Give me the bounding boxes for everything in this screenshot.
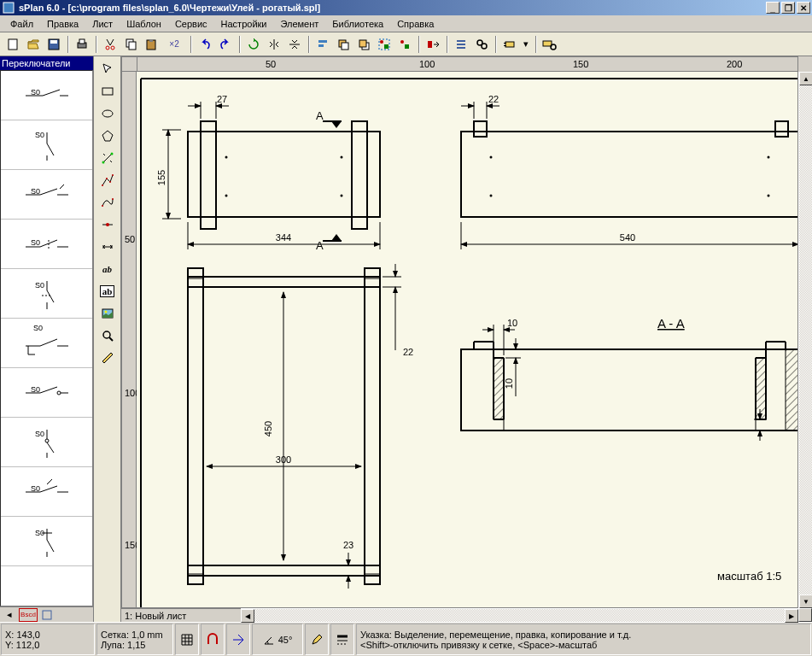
ruler-tick-label: 50 — [125, 234, 135, 244]
menu-element[interactable]: Элемент — [273, 17, 325, 31]
svg-rect-17 — [359, 40, 366, 47]
scroll-down-button[interactable]: ▼ — [799, 594, 812, 608]
paste-button[interactable] — [142, 35, 161, 54]
special-tool[interactable] — [98, 149, 117, 167]
print-button[interactable] — [73, 35, 91, 54]
menu-template[interactable]: Шаблон — [120, 17, 168, 31]
text-tool[interactable]: ab — [98, 260, 117, 278]
library-item[interactable]: S0 — [1, 418, 92, 467]
new-button[interactable] — [3, 35, 22, 54]
minimize-button[interactable]: _ — [766, 2, 780, 14]
rect-tool[interactable] — [98, 82, 117, 101]
drawing-toolbar: ab ab — [94, 56, 121, 622]
vertical-scrollbar[interactable]: ▲ ▼ — [798, 72, 812, 608]
library-item[interactable]: S0 — [1, 120, 92, 170]
scroll-right-button[interactable]: ▶ — [785, 609, 798, 623]
menu-help[interactable]: Справка — [390, 17, 441, 31]
list-button[interactable] — [452, 35, 470, 54]
library-item-label: S0 — [31, 238, 40, 247]
align-button[interactable] — [313, 35, 332, 54]
bezier-tool[interactable] — [98, 193, 117, 212]
image-tool[interactable] — [98, 304, 117, 323]
menu-edit[interactable]: Правка — [40, 17, 85, 31]
ruler-tick-label: 150 — [573, 59, 588, 69]
pointer-tool[interactable] — [98, 60, 117, 79]
dimension-tool[interactable] — [98, 237, 117, 256]
find-button[interactable] — [472, 35, 491, 54]
mirror-h-button[interactable] — [265, 35, 283, 54]
library-item[interactable]: S0 — [1, 220, 92, 269]
rotate-button[interactable] — [244, 35, 263, 54]
close-button[interactable]: ✕ — [797, 2, 810, 14]
library-item[interactable]: S0 — [1, 269, 92, 319]
line-style[interactable] — [330, 624, 354, 655]
copy-button[interactable] — [121, 35, 140, 54]
rubber-toggle[interactable] — [226, 624, 250, 655]
svg-rect-12 — [318, 40, 327, 43]
scroll-up-button[interactable]: ▲ — [799, 72, 812, 85]
menu-settings[interactable]: Настройки — [214, 17, 274, 31]
maximize-button[interactable]: ❐ — [781, 2, 795, 14]
ungroup-button[interactable] — [395, 35, 414, 54]
svg-point-78 — [112, 198, 114, 200]
group-button[interactable] — [375, 35, 394, 54]
line-tool[interactable] — [98, 171, 117, 190]
open-button[interactable] — [24, 35, 43, 54]
library-item[interactable]: S0 — [1, 467, 92, 517]
snap-toggle[interactable] — [201, 624, 225, 655]
component-dropdown[interactable]: ▾ — [521, 35, 531, 54]
drawing-canvas[interactable]: 27 155 344 A A — [137, 72, 798, 608]
library-item[interactable]: S0 — [1, 517, 92, 566]
lib-code-button[interactable]: Bscd — [19, 608, 38, 622]
select-similar-button[interactable] — [424, 35, 442, 54]
menu-sheet[interactable]: Лист — [85, 17, 120, 31]
front-button[interactable] — [334, 35, 353, 54]
library-item[interactable]: S0 — [1, 319, 92, 368]
svg-point-90 — [225, 156, 228, 159]
back-button[interactable] — [354, 35, 373, 54]
svg-point-21 — [400, 40, 404, 44]
horizontal-ruler[interactable]: 50 100 150 200 — [137, 56, 798, 72]
component-button[interactable] — [500, 35, 519, 54]
grid-toggle[interactable] — [175, 624, 199, 655]
svg-rect-88 — [201, 121, 216, 229]
zoom-tool[interactable] — [98, 326, 117, 345]
sheet-tab[interactable]: 1: Новый лист — [121, 608, 241, 622]
scroll-left-button[interactable]: ◀ — [241, 609, 254, 623]
cut-button[interactable] — [101, 35, 120, 54]
menu-library[interactable]: Библиотека — [325, 17, 390, 31]
lib-template-button[interactable] — [39, 608, 55, 622]
circle-tool[interactable] — [98, 104, 117, 123]
menu-file[interactable]: Файл — [3, 17, 40, 31]
svg-line-53 — [40, 387, 57, 393]
library-item-label: S0 — [31, 385, 40, 394]
svg-line-63 — [47, 479, 52, 484]
pen-indicator[interactable] — [305, 624, 329, 655]
svg-rect-106 — [461, 132, 798, 217]
measure-tool[interactable] — [98, 348, 117, 367]
duplicate-button[interactable]: ×2 — [162, 35, 186, 54]
library-item[interactable]: S0 — [1, 368, 92, 418]
library-selector[interactable]: Переключатели — [0, 56, 93, 70]
undo-button[interactable] — [196, 35, 214, 54]
mirror-v-button[interactable] — [285, 35, 304, 54]
dimension-label: 10 — [504, 378, 514, 389]
save-button[interactable] — [44, 35, 63, 54]
svg-rect-29 — [543, 41, 552, 46]
svg-point-112 — [768, 195, 770, 197]
polygon-tool[interactable] — [98, 126, 117, 145]
node-tool[interactable] — [98, 215, 117, 234]
horizontal-scrollbar[interactable]: ◀ ▶ — [241, 608, 798, 622]
angle-display[interactable]: 45° — [252, 624, 303, 655]
textbox-tool[interactable]: ab — [98, 282, 117, 301]
menu-service[interactable]: Сервис — [168, 17, 214, 31]
svg-point-77 — [102, 205, 103, 207]
vertical-
rud[interactable]: 50 100 150 — [121, 72, 137, 608]
library-item[interactable]: S0 — [1, 71, 92, 120]
status-y: Y: 112,0 — [5, 640, 91, 650]
redo-button[interactable] — [216, 35, 235, 54]
search-component-button[interactable] — [540, 35, 559, 54]
lib-back-button[interactable]: ◂ — [2, 608, 17, 622]
status-x: X: 143,0 — [5, 630, 91, 640]
library-item[interactable]: S0 — [1, 170, 92, 220]
